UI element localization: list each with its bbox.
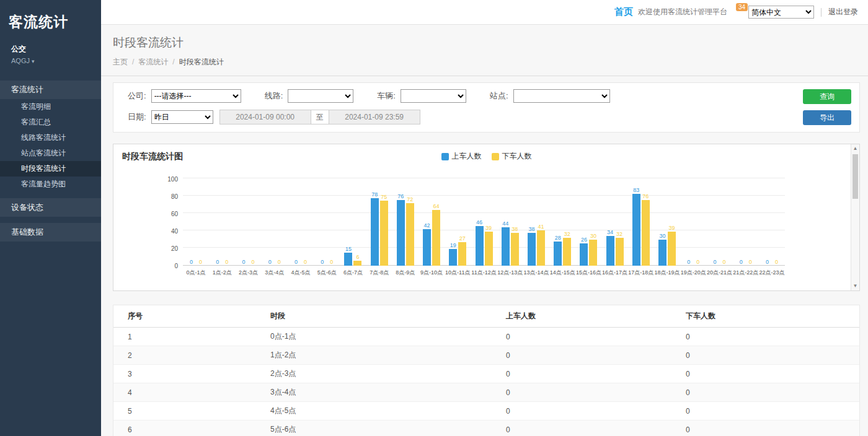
x-axis-label: 10点-11点 (445, 266, 471, 281)
bar-pair: 8376 (628, 187, 654, 266)
bar (397, 200, 405, 266)
date-to-input[interactable] (329, 110, 420, 124)
bar-value-label: 0 (225, 259, 228, 265)
bar-group: 1566点-7点 (340, 174, 366, 281)
bar-value-label: 0 (294, 259, 298, 265)
caret-down-icon: ▾ (32, 58, 35, 64)
company-select[interactable]: ---请选择--- (151, 89, 241, 103)
bar-wrap: 0 (773, 259, 781, 266)
legend-item-1[interactable]: 下车人数 (492, 151, 532, 162)
line-select[interactable] (288, 89, 353, 103)
bar (616, 238, 624, 266)
bar-wrap: 0 (711, 259, 719, 266)
bar-value-label: 64 (433, 203, 440, 209)
bar-value-label: 76 (642, 193, 649, 199)
sidebar-item-0-2[interactable]: 线路客流统计 (0, 130, 101, 146)
bar-wrap: 0 (292, 259, 300, 266)
bar-group: 76728点-9点 (392, 174, 418, 281)
bar-value-label: 32 (616, 231, 622, 237)
scroll-up-icon[interactable]: ▲ (851, 144, 859, 153)
vehicle-select[interactable] (401, 89, 466, 103)
bar-value-label: 0 (321, 259, 324, 265)
table-cell: 0 (492, 365, 671, 383)
table-cell: 3点-4点 (256, 383, 492, 402)
date-from-input[interactable] (219, 110, 311, 124)
topbar: 首页 欢迎使用客流统计管理平台 34 简体中文 退出登录 (101, 0, 868, 25)
bar-wrap: 26 (580, 237, 588, 266)
legend-label: 上车人数 (452, 151, 482, 162)
legend-item-0[interactable]: 上车人数 (441, 151, 482, 162)
bar-wrap: 0 (266, 259, 274, 266)
bar-pair: 1927 (445, 235, 471, 266)
sidebar-item-0-0[interactable]: 客流明细 (0, 99, 101, 115)
bar-wrap: 0 (223, 259, 231, 266)
export-button[interactable]: 导出 (803, 110, 851, 125)
bar-group: 0021点-22点 (733, 174, 759, 281)
bar-group: 000点-1点 (183, 174, 209, 281)
sidebar-section-0[interactable]: 客流统计 (0, 81, 101, 99)
bar (423, 229, 431, 266)
scroll-down-icon[interactable]: ▼ (851, 282, 859, 290)
bar-value-label: 44 (502, 220, 508, 227)
notification-badge[interactable]: 34 (736, 3, 748, 11)
bar-wrap: 75 (380, 194, 388, 266)
x-axis-label: 1点-2点 (209, 266, 235, 281)
query-button[interactable]: 查询 (803, 89, 851, 104)
bar-group: 0022点-23点 (759, 174, 785, 281)
bar-group: 463911点-12点 (471, 174, 497, 281)
bar-wrap: 72 (406, 196, 414, 266)
sidebar-item-0-3[interactable]: 站点客流统计 (0, 146, 101, 161)
sidebar-section-1[interactable]: 设备状态 (0, 198, 101, 217)
x-axis-label: 6点-7点 (340, 266, 366, 281)
bar-value-label: 0 (304, 259, 307, 265)
bar-value-label: 0 (687, 259, 690, 265)
home-link[interactable]: 首页 (614, 6, 633, 18)
page-head: 时段客流统计 主页/客流统计/时段客流统计 (101, 25, 868, 76)
scrollbar-thumb[interactable] (852, 154, 858, 199)
table-cell: 6 (113, 421, 256, 436)
table-cell: 5 (113, 402, 256, 421)
content-body: 公司: ---请选择--- 线路: 车辆: 站点: (101, 76, 868, 436)
org-selector[interactable]: AQGJ▾ (11, 57, 91, 64)
station-select[interactable] (513, 89, 610, 103)
bar-value-label: 0 (775, 259, 778, 265)
bar-wrap: 0 (187, 259, 195, 266)
logout-link[interactable]: 退出登录 (828, 7, 858, 17)
sidebar-section-2[interactable]: 基础数据 (0, 223, 101, 242)
bar-group: 005点-6点 (314, 174, 340, 281)
bar-pair: 156 (340, 246, 366, 266)
x-axis-label: 14点-15点 (549, 266, 575, 281)
date-preset-select[interactable]: 昨日 (151, 110, 213, 124)
sidebar-item-0-4[interactable]: 时段客流统计 (0, 161, 101, 177)
bar-wrap: 41 (537, 224, 545, 266)
bar-value-label: 30 (660, 233, 666, 239)
bar-pair: 7672 (392, 193, 418, 266)
chart-scrollbar[interactable]: ▲ ▼ (851, 144, 859, 290)
bar-value-label: 0 (740, 259, 743, 265)
sidebar-item-0-5[interactable]: 客流量趋势图 (0, 177, 101, 192)
bar-value-label: 0 (713, 259, 716, 265)
bar (344, 253, 352, 266)
breadcrumb-item-1[interactable]: 客流统计 (138, 58, 168, 66)
breadcrumb-item-0[interactable]: 主页 (113, 58, 128, 66)
bar-value-label: 0 (268, 259, 272, 265)
table-row: 21点-2点00 (113, 346, 859, 365)
bar-value-label: 0 (278, 259, 281, 265)
date-range-group: 至 (219, 110, 420, 124)
language-select[interactable]: 简体中文 (748, 6, 814, 19)
bar (432, 210, 440, 266)
y-axis-tick: 60 (171, 211, 178, 217)
x-axis-label: 7点-8点 (366, 266, 392, 281)
bar-value-label: 76 (397, 193, 404, 199)
bar-value-label: 39 (669, 225, 675, 231)
breadcrumb-item-2: 时段客流统计 (179, 58, 224, 66)
bar-wrap: 30 (589, 233, 597, 266)
bar-group: 283214点-15点 (549, 174, 575, 281)
bar-value-label: 32 (564, 231, 570, 237)
bar-value-label: 6 (356, 254, 359, 260)
sidebar-item-0-1[interactable]: 客流汇总 (0, 115, 101, 130)
date-to-separator: 至 (311, 110, 329, 124)
bar-value-label: 0 (696, 259, 699, 265)
table-row: 32点-3点00 (113, 365, 859, 383)
bar-group: 0020点-21点 (706, 174, 732, 281)
